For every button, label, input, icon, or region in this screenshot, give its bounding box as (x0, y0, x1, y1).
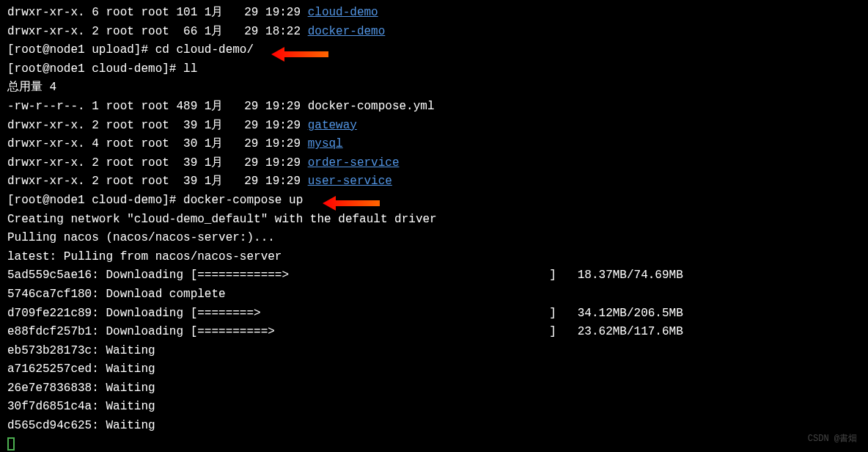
terminal-line: Creating network "cloud-demo_default" wi… (7, 211, 861, 230)
directory-link: gateway (308, 119, 357, 132)
directory-link: docker-demo (308, 25, 386, 38)
cursor-icon (7, 437, 15, 451)
terminal-line: a71625257ced: Waiting (7, 360, 861, 379)
shell-prompt: [root@node1 upload]# (7, 43, 155, 56)
terminal-line: -rw-r--r--. 1 root root 489 1月 29 19:29 … (7, 98, 861, 117)
directory-link: cloud-demo (308, 6, 378, 19)
directory-link: mysql (308, 137, 343, 150)
terminal-line: d709fe221c89: Downloading [========> ] 3… (7, 305, 861, 324)
terminal-line: [root@node1 cloud-demo]# ll (7, 60, 861, 79)
terminal-line: latest: Pulling from nacos/nacos-server (7, 248, 861, 267)
terminal-line: [root@node1 upload]# cd cloud-demo/ (7, 41, 861, 60)
directory-link: order-service (308, 156, 400, 170)
terminal-line: drwxr-xr-x. 2 root root 39 1月 29 19:29 g… (7, 117, 861, 136)
terminal-line: e88fdcf257b1: Downloading [==========> ]… (7, 323, 861, 342)
terminal-line: drwxr-xr-x. 2 root root 39 1月 29 19:29 o… (7, 154, 861, 173)
terminal-line: eb573b28173c: Waiting (7, 342, 861, 361)
terminal-line: 总用量 4 (7, 79, 861, 98)
terminal-line: 5ad559c5ae16: Downloading [============>… (7, 266, 861, 285)
terminal-line: 26e7e7836838: Waiting (7, 379, 861, 398)
terminal-line: [root@node1 cloud-demo]# docker-compose … (7, 192, 861, 211)
watermark: CSDN @書畑 (808, 432, 857, 446)
shell-prompt: [root@node1 cloud-demo]# (7, 194, 183, 207)
directory-link: user-service (308, 175, 392, 188)
shell-prompt: [root@node1 cloud-demo]# (7, 62, 183, 76)
terminal-output: drwxr-xr-x. 6 root root 101 1月 29 19:29 … (7, 4, 861, 452)
terminal-line: drwxr-xr-x. 4 root root 30 1月 29 19:29 m… (7, 135, 861, 154)
command-input[interactable]: docker-compose up (183, 194, 303, 207)
svg-marker-1 (323, 196, 380, 211)
cursor-line[interactable] (7, 436, 861, 452)
arrow-annotation-2 (323, 194, 381, 212)
terminal-line: Pulling nacos (nacos/nacos-server:)... (7, 229, 861, 248)
terminal-line: drwxr-xr-x. 6 root root 101 1月 29 19:29 … (7, 4, 861, 23)
terminal-line: 30f7d6851c4a: Waiting (7, 398, 861, 417)
svg-marker-0 (271, 47, 328, 62)
arrow-annotation-1 (271, 45, 330, 63)
command-input[interactable]: ll (183, 62, 197, 76)
command-input[interactable]: cd cloud-demo/ (155, 43, 254, 56)
terminal-line: drwxr-xr-x. 2 root root 39 1月 29 19:29 u… (7, 172, 861, 192)
terminal-line: drwxr-xr-x. 2 root root 66 1月 29 18:22 d… (7, 23, 861, 42)
terminal-line: 5746ca7cf180: Download complete (7, 285, 861, 305)
terminal-line: d565cd94c625: Waiting (7, 417, 861, 436)
